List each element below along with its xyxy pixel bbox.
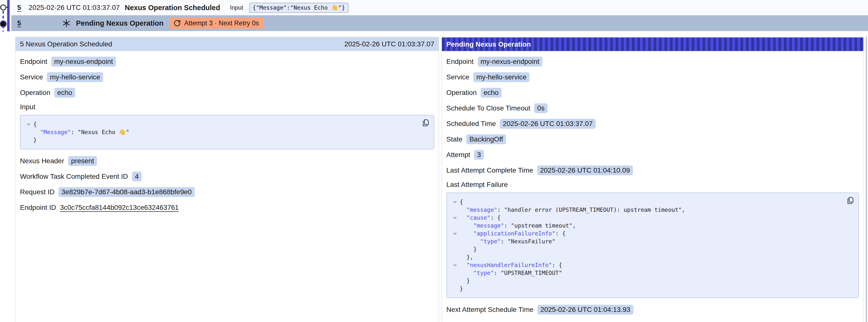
input-json-viewer[interactable]: { "Message": "Nexus Echo 👋"} [20,115,434,150]
chevron-down-icon[interactable] [450,229,460,236]
detail-field-endpoint: Endpointmy-nexus-endpoint [20,57,434,67]
event-timestamp: 2025-02-26 UTC 01:03:37.07 [29,4,120,11]
chevron-spacer [450,285,460,286]
code-text: }, [460,253,473,261]
field-label: Operation [446,89,477,97]
code-line: "nexusHandlerFailureInfo": { [450,261,841,269]
detail-field-service: Servicemy-hello-service [446,72,859,82]
field-label: Endpoint ID [20,204,56,212]
chevron-down-icon[interactable] [450,214,460,220]
field-label: Endpoint [446,58,474,66]
pending-operation-star-icon [62,19,71,28]
event-title: Pending Nexus Operation [76,19,163,27]
code-text: } [460,285,463,293]
scheduled-panel-timestamp: 2025-02-26 UTC 01:03:37.07 [344,40,434,48]
field-value-chip: 0s [534,103,548,113]
event-id-link[interactable]: 5 [17,4,25,11]
field-label: Nexus Header [20,157,64,165]
event-input-preview-chip[interactable]: {"Message":"Nexus Echo 👋"} [249,3,349,13]
field-value-link[interactable]: 3c0c75ccfa8144b092c13ce632463761 [60,204,179,212]
chevron-spacer [450,269,460,270]
input-section-label: Input [20,103,434,111]
event-title: Nexus Operation Scheduled [125,4,220,12]
detail-field-scheduled-time: Scheduled Time2025-02-26 UTC 01:03:37.07 [446,119,859,129]
code-line: "applicationFailureInfo": { [450,229,841,237]
detail-field-last-attempt-complete-time: Last Attempt Complete Time2025-02-26 UTC… [446,165,859,175]
detail-field-nexus-header: Nexus Headerpresent [20,156,434,166]
pending-operation-detail-panel: Pending Nexus Operation Endpointmy-nexus… [442,37,864,322]
code-text: { [33,120,37,128]
code-text: "applicationFailureInfo": { [460,229,565,237]
code-line: { [24,120,416,128]
field-label: State [446,135,462,143]
copy-icon[interactable] [846,196,855,205]
scheduled-event-detail-panel: 5 Nexus Operation Scheduled 2025-02-26 U… [15,37,439,322]
field-value-chip: 4 [132,171,142,182]
code-line: "cause": { [450,214,841,222]
code-text: "message": "upstream timeout", [460,222,576,229]
chevron-down-icon[interactable] [450,261,460,268]
retry-badge-text: Attempt 3 · Next Retry 0s [184,20,259,27]
chevron-spacer [24,128,33,129]
event-detail-panels: 5 Nexus Operation Scheduled 2025-02-26 U… [15,37,864,322]
code-text: { [460,198,463,206]
timeline-node-scheduled[interactable] [0,4,6,10]
field-label: Last Attempt Complete Time [446,166,533,174]
copy-icon[interactable] [422,118,430,127]
timeline-node-pending[interactable] [0,21,6,27]
chevron-spacer [450,253,460,254]
chevron-down-icon[interactable] [450,198,460,205]
field-label: Service [446,73,469,81]
field-label: Attempt [446,151,470,159]
code-text: "type": "UPSTREAM_TIMEOUT" [460,269,562,277]
last-attempt-failure-label: Last Attempt Failure [446,181,859,189]
field-value-chip: echo [480,88,502,98]
field-value-chip: 3e829b7e-7d67-4b08-aad3-b1e868bfe9e0 [59,187,195,197]
chevron-spacer [450,277,460,278]
code-line: "Message": "Nexus Echo 👋" [24,128,416,136]
scrollbar-track[interactable] [866,36,867,322]
pending-panel-body: Endpointmy-nexus-endpointServicemy-hello… [442,51,863,322]
code-text: "message": "handler error (UPSTREAM_TIME… [460,206,685,214]
detail-field-operation: Operationecho [446,88,859,98]
chevron-spacer [24,136,33,137]
code-line: "type": "UPSTREAM_TIMEOUT" [450,269,841,277]
event-id-link[interactable]: 5 [17,20,25,27]
field-value-chip: present [68,156,97,166]
chevron-spacer [450,237,460,239]
field-label: Schedule To Close Timeout [446,104,530,112]
failure-json-viewer[interactable]: { "message": "handler error (UPSTREAM_TI… [446,193,859,298]
event-row-pending-nexus-operation[interactable]: 5 Pending Nexus Operation Attempt 3 · Ne… [11,15,868,31]
event-input-label: Input [230,4,243,11]
field-value-chip: echo [54,88,75,98]
field-value-chip: 2025-02-26 UTC 01:03:37.07 [500,119,596,129]
detail-field-workflow-task-completed-event-id: Workflow Task Completed Event ID4 [20,171,434,182]
scheduled-panel-title: 5 Nexus Operation Scheduled [20,40,112,48]
detail-field-operation: Operationecho [20,88,434,98]
code-line: } [450,285,841,293]
field-label: Endpoint [20,58,48,66]
field-value-chip: BackingOff [466,134,506,144]
detail-field-schedule-to-close-timeout: Schedule To Close Timeout0s [446,103,859,113]
chevron-down-icon[interactable] [24,120,33,127]
field-value-chip: my-nexus-endpoint [478,57,542,67]
field-value-chip: my-nexus-endpoint [51,57,116,67]
retry-arrow-icon [174,20,181,27]
active-event-group-bar [7,0,10,31]
detail-field-state: StateBackingOff [446,134,859,144]
field-value-chip: 2025-02-26 UTC 01:04:13.93 [537,305,633,315]
field-value-chip: 3 [474,150,484,160]
scheduled-panel-header: 5 Nexus Operation Scheduled 2025-02-26 U… [16,37,439,51]
pending-panel-title: Pending Nexus Operation [446,40,531,48]
detail-field-endpoint-id: Endpoint ID3c0c75ccfa8144b092c13ce632463… [20,202,434,213]
detail-field-next-attempt-schedule-time: Next Attempt Schedule Time2025-02-26 UTC… [446,304,859,315]
code-line: "type": "NexusFailure" [450,237,841,245]
field-label: Workflow Task Completed Event ID [20,172,128,181]
field-label: Request ID [20,188,55,196]
chevron-spacer [450,222,460,223]
code-text: } [460,277,470,285]
code-text: } [33,136,37,144]
event-row-nexus-operation-scheduled[interactable]: 5 2025-02-26 UTC 01:03:37.07 Nexus Opera… [11,0,868,15]
code-line: }, [450,253,841,261]
code-text: } [460,245,477,253]
